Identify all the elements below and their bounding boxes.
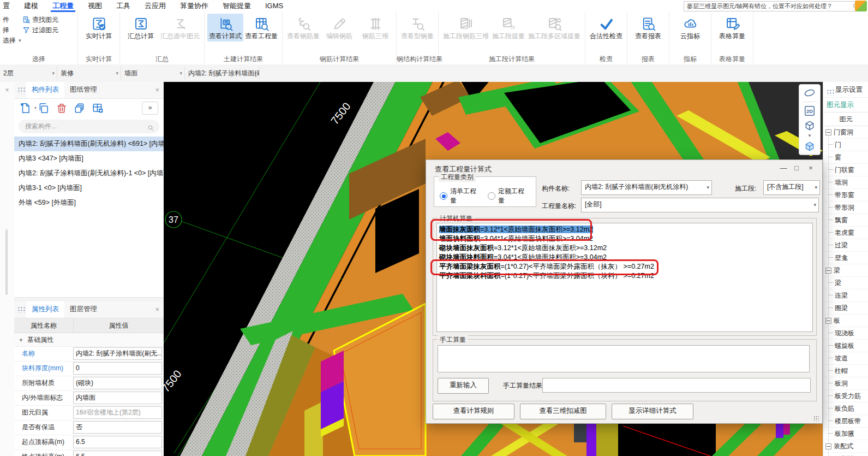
help-search-box[interactable]: 蒌层三维显示图元/轴网有错位，位置不对应如何处理？: [684, 1, 861, 11]
ribbon-button-calc-search[interactable]: 查看计算式: [207, 14, 243, 42]
component-list-item[interactable]: 内墙2: 刮腻子涂料墙面(刷无机涂料)-1 <0> [内墙面]: [14, 166, 164, 181]
ribbon-button-seg-fx[interactable]: fx施工段提量: [490, 14, 526, 42]
copy-component-button[interactable]: [38, 102, 50, 114]
mini-item[interactable]: 择: [3, 25, 22, 35]
tree-item-窗[interactable]: 窗: [823, 151, 868, 164]
tree-item-门[interactable]: 门: [823, 139, 868, 151]
ribbon-button-check[interactable]: 合法性检查: [588, 14, 624, 42]
ribbon-button-seg3d[interactable]: 施工段钢筋三维: [441, 14, 490, 42]
menu-item-8[interactable]: IGMS: [258, 0, 290, 12]
tree-item-圈梁[interactable]: 圈梁: [823, 302, 868, 315]
close-icon[interactable]: ×: [155, 82, 159, 98]
tab-property-list[interactable]: 属性列表: [26, 301, 64, 318]
close-button[interactable]: ×: [806, 164, 816, 172]
menu-item-6[interactable]: 算量协作: [173, 0, 215, 12]
component-store-button[interactable]: [92, 102, 104, 114]
ribbon-button-seg-multi[interactable]: 施工段多区域提量: [526, 14, 582, 42]
property-value[interactable]: 内墙面: [73, 392, 162, 404]
maximize-button[interactable]: □: [792, 164, 801, 172]
resize-grip[interactable]: [813, 416, 819, 421]
component-name-select[interactable]: 内墙2: 刮腻子涂料墙面(刷无机涂料): [581, 180, 712, 195]
context-dropdown-1[interactable]: 装修: [57, 67, 121, 80]
drag-handle-icon[interactable]: [827, 89, 834, 96]
formula-line[interactable]: 砌块墙面块料面积=3.04*1<原始墙面块料面积>=3.04m2: [439, 253, 812, 262]
batch-copy-button[interactable]: [74, 102, 86, 114]
mini-item[interactable]: 件: [3, 15, 22, 25]
menu-item-7[interactable]: 智能提量: [215, 0, 258, 12]
component-list-item[interactable]: 内墙3 <347> [内墙面]: [14, 151, 164, 166]
manual-result-input[interactable]: [542, 378, 811, 393]
tab-drawing-management[interactable]: 图纸管理: [64, 82, 103, 98]
tree-item-过梁[interactable]: 过梁: [823, 239, 868, 252]
manual-calc-textarea[interactable]: [438, 345, 810, 372]
tree-item-门联窗[interactable]: 门联窗: [823, 164, 868, 176]
formula-line[interactable]: 砌块墙面抹灰面积=3.12*1<原始墙面抹灰面积>=3.12m2: [439, 244, 812, 253]
ribbon-button-rebar3d[interactable]: 钢筋三维: [357, 14, 393, 42]
ribbon-button-table-search[interactable]: 查看工程量: [243, 14, 279, 42]
view-calc-rule-button[interactable]: 查看计算规则: [433, 404, 514, 419]
radio-list-quantity[interactable]: 清单工程量: [440, 187, 481, 205]
ribbon-button-report[interactable]: 查看报表: [630, 14, 666, 42]
menu-item-2[interactable]: 工程量: [45, 0, 81, 12]
property-section-row[interactable]: ▼ 基础属性: [14, 333, 164, 347]
tree-item-连梁[interactable]: 连梁: [823, 289, 868, 302]
property-value[interactable]: 0: [73, 362, 162, 375]
tree-item-墙洞[interactable]: 墙洞: [823, 176, 868, 189]
tab-layer-management[interactable]: 图层管理: [64, 301, 103, 318]
menu-item-5[interactable]: 云应用: [137, 0, 173, 12]
tree-item-带形洞[interactable]: 带形洞: [823, 202, 868, 214]
find-element-button[interactable]: 查找图元: [22, 15, 58, 25]
tab-component-list[interactable]: 构件列表: [26, 82, 64, 98]
ribbon-button-sigma-select[interactable]: 汇总选中图元: [159, 14, 201, 42]
new-component-button[interactable]: ▾: [20, 102, 32, 114]
menu-item-1[interactable]: 建模: [17, 0, 45, 12]
menu-item-0[interactable]: 置: [0, 0, 17, 12]
tree-item-壁龛[interactable]: 壁龛: [823, 252, 868, 264]
minimize-button[interactable]: —: [779, 164, 788, 172]
tree-item-板负筋[interactable]: 板负筋: [823, 402, 868, 415]
scrollbar[interactable]: [5, 229, 8, 295]
context-dropdown-2[interactable]: 墙面: [121, 67, 185, 80]
ribbon-button-sigma-check[interactable]: 实时计算: [81, 14, 117, 42]
quantity-name-select[interactable]: [全部]: [581, 198, 819, 212]
formula-line[interactable]: 墙面抹灰面积=3.12*1<原始墙面抹灰面积>=3.12m2: [439, 225, 812, 234]
tree-item-板洞[interactable]: 板洞: [823, 377, 868, 390]
tree-item-板受力筋[interactable]: 板受力筋: [823, 390, 868, 402]
tree-item-楼层板带[interactable]: 楼层板带: [823, 415, 868, 428]
mini-item[interactable]: 选择: [3, 35, 22, 46]
tree-group-板[interactable]: 板: [823, 315, 868, 327]
ribbon-button-rebar-search[interactable]: 查看钢筋量: [285, 14, 321, 42]
tree-item-板加腋[interactable]: 板加腋: [823, 428, 868, 440]
tree-item-梁[interactable]: 梁: [823, 277, 868, 289]
formula-line[interactable]: 平齐墙面梁抹灰面积=(1*0.27)<平齐墙面梁外露面积（抹灰） >=0.27m…: [439, 262, 812, 271]
component-list-item[interactable]: 内墙2: 刮腻子涂料墙面(刷无机涂料) <691> [内墙面]: [14, 137, 164, 151]
tree-item-现浇板[interactable]: 现浇板: [823, 327, 868, 340]
wireframe-view-button[interactable]: [804, 120, 816, 132]
ribbon-button-sigma[interactable]: 汇总计算: [123, 14, 159, 42]
view-3d-deduction-button[interactable]: 查看三维扣减图: [520, 404, 606, 419]
property-value[interactable]: 6.5: [73, 451, 162, 456]
ribbon-button-steel-search[interactable]: 查看型钢量: [399, 14, 435, 42]
more-tools-button[interactable]: »: [142, 102, 158, 115]
radio-quota-quantity[interactable]: 定额工程量: [488, 187, 529, 205]
ribbon-button-table-edit[interactable]: 表格算量: [714, 14, 750, 42]
tree-group-装配式[interactable]: 装配式: [823, 440, 868, 453]
collapsed-side-strip[interactable]: ×: [0, 82, 15, 456]
2d-view-button[interactable]: 2D: [804, 105, 816, 117]
reinput-button[interactable]: 重新输入: [438, 378, 489, 394]
formula-line[interactable]: 墙面块料面积=3.04*1<原始墙面块料面积>=3.04m2: [439, 234, 812, 244]
ribbon-button-pencil[interactable]: 编辑钢筋: [321, 14, 357, 42]
close-icon[interactable]: ×: [155, 301, 159, 318]
delete-component-button[interactable]: [56, 102, 68, 114]
context-dropdown-0[interactable]: 2层: [0, 67, 57, 80]
formula-listbox[interactable]: 墙面抹灰面积=3.12*1<原始墙面抹灰面积>=3.12m2墙面块料面积=3.0…: [436, 223, 813, 332]
tree-item-柱帽[interactable]: 柱帽: [823, 365, 868, 377]
drag-handle-icon[interactable]: [17, 87, 25, 93]
property-value[interactable]: 16#宿舍楼地上(第2层): [73, 406, 162, 419]
tree-item-预制墙[interactable]: 预制墙: [823, 453, 868, 456]
tree-group-梁[interactable]: 梁: [823, 264, 868, 277]
property-value[interactable]: 6.5: [73, 436, 162, 448]
property-value[interactable]: (砌块): [73, 377, 162, 389]
orbit-view-button[interactable]: [804, 87, 816, 99]
tree-group-门窗洞[interactable]: 门窗洞: [823, 126, 868, 139]
